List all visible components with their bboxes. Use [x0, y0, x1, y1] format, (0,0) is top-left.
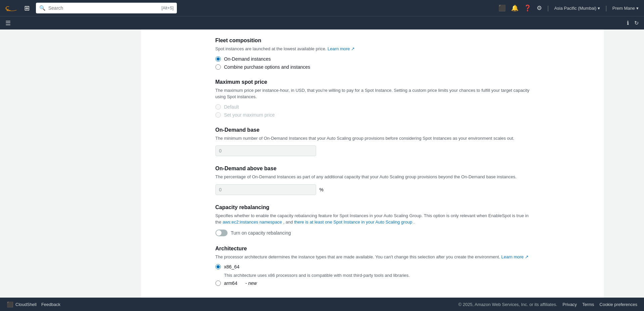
cloudshell-button[interactable]: ⬛ CloudShell [7, 301, 37, 308]
capacity-rebalancing-section: Capacity rebalancing Specifies whether t… [215, 204, 530, 236]
aws-logo[interactable]: aws [5, 2, 18, 14]
on-demand-above-desc: The percentage of On-Demand Instances as… [215, 174, 530, 180]
max-spot-price-title: Maximum spot price [215, 79, 530, 85]
capacity-toggle[interactable] [215, 230, 228, 236]
on-demand-radio[interactable] [215, 56, 221, 62]
footer: ⬛ CloudShell Feedback © 2025, Amazon Web… [0, 298, 644, 311]
copyright-text: © 2025, Amazon Web Services, Inc. or its… [458, 302, 557, 307]
architecture-section: Architecture The processor architecture … [215, 246, 530, 286]
x86-desc: This architecture uses x86 processors an… [224, 273, 530, 278]
hamburger-menu[interactable]: ☰ [5, 19, 11, 27]
bell-icon[interactable]: 🔔 [511, 4, 518, 12]
max-spot-radio-group: Default Set your maximum price [215, 104, 530, 118]
capacity-toggle-label: Turn on capacity rebalancing [231, 230, 291, 236]
cloudshell-label: CloudShell [15, 302, 37, 307]
combine-radio[interactable] [215, 64, 221, 70]
arm64-radio[interactable] [215, 281, 221, 286]
footer-right: © 2025, Amazon Web Services, Inc. or its… [458, 302, 637, 307]
capacity-toggle-row: Turn on capacity rebalancing [215, 230, 530, 236]
right-spacer [604, 29, 644, 298]
spot-set-radio [215, 112, 221, 118]
on-demand-above-input[interactable] [215, 184, 316, 195]
namespace-link: aws:ec2:instances namespace [222, 220, 282, 225]
privacy-link[interactable]: Privacy [562, 302, 577, 307]
fleet-learn-more-link[interactable]: Learn more ↗ [328, 46, 355, 51]
second-bar-right: ℹ ↻ [627, 20, 639, 26]
fleet-composition-section: Fleet composition Spot instances are lau… [215, 38, 530, 70]
on-demand-base-section: On-Demand base The minimum number of On-… [215, 127, 530, 157]
navbar: aws ⊞ 🔍 [Alt+S] ⬛ 🔔 ❓ ⚙ | Asia Pacific (… [0, 0, 644, 16]
spot-default-radio [215, 104, 221, 110]
on-demand-base-input[interactable] [215, 145, 316, 156]
architecture-desc: The processor architecture determines th… [215, 254, 530, 260]
footer-left: ⬛ CloudShell Feedback [7, 301, 60, 308]
fleet-composition-desc: Spot instances are launched at the lowes… [215, 46, 530, 52]
arm64-option[interactable]: arm64 - new [215, 281, 530, 286]
nav-right: ⬛ 🔔 ❓ ⚙ | Asia Pacific (Mumbai) ▾ | Prem… [498, 4, 639, 12]
fleet-composition-title: Fleet composition [215, 38, 530, 44]
architecture-title: Architecture [215, 246, 530, 252]
info-icon[interactable]: ℹ [627, 20, 629, 26]
user-menu[interactable]: Prem Mane ▾ [612, 6, 639, 11]
region-selector[interactable]: Asia Pacific (Mumbai) ▾ [554, 6, 600, 11]
capacity-rebalancing-title: Capacity rebalancing [215, 204, 530, 210]
on-demand-option[interactable]: On-Demand instances [215, 56, 530, 62]
help-icon[interactable]: ❓ [524, 4, 531, 12]
search-input[interactable] [48, 5, 159, 11]
search-icon: 🔍 [39, 5, 46, 11]
percent-suffix: % [319, 187, 324, 192]
on-demand-base-desc: The minimum number of On-Demand Instance… [215, 135, 530, 142]
terms-link[interactable]: Terms [582, 302, 594, 307]
x86-radio[interactable] [215, 264, 221, 269]
on-demand-base-title: On-Demand base [215, 127, 530, 133]
toggle-knob [216, 230, 221, 236]
arm-new-label: - new [245, 281, 257, 286]
fleet-radio-group: On-Demand instances Combine purchase opt… [215, 56, 530, 70]
left-spacer [0, 29, 141, 298]
search-shortcut: [Alt+S] [161, 6, 174, 10]
x86-option[interactable]: x86_64 [215, 264, 530, 269]
grid-icon[interactable]: ⊞ [24, 4, 30, 12]
on-demand-above-title: On-Demand above base [215, 166, 530, 172]
cloudshell-icon: ⬛ [7, 301, 13, 308]
max-spot-price-section: Maximum spot price The maximum price per… [215, 79, 530, 118]
main-content: Fleet composition Spot instances are lau… [0, 29, 644, 298]
architecture-radio-group: x86_64 This architecture uses x86 proces… [215, 264, 530, 286]
settings-icon[interactable]: ⚙ [537, 4, 542, 12]
cookie-preferences-link[interactable]: Cookie preferences [599, 302, 637, 307]
max-spot-price-desc: The maximum price per instance-hour, in … [215, 87, 530, 100]
spot-instance-link: there is at least one Spot Instance in y… [294, 220, 412, 225]
terminal-icon[interactable]: ⬛ [498, 4, 506, 12]
spot-default-option: Default [215, 104, 530, 110]
second-bar: ☰ ℹ ↻ [0, 16, 644, 29]
spot-set-option: Set your maximum price [215, 112, 530, 118]
content-panel: Fleet composition Spot instances are lau… [205, 29, 540, 298]
on-demand-above-input-row: % [215, 184, 530, 195]
capacity-rebalancing-desc: Specifies whether to enable the capacity… [215, 212, 530, 226]
on-demand-above-section: On-Demand above base The percentage of O… [215, 166, 530, 195]
feedback-button[interactable]: Feedback [41, 302, 60, 307]
combine-option[interactable]: Combine purchase options and instances [215, 64, 530, 70]
refresh-icon[interactable]: ↻ [634, 20, 639, 26]
architecture-learn-more-link[interactable]: Learn more ↗ [501, 254, 529, 259]
search-bar[interactable]: 🔍 [Alt+S] [36, 3, 177, 13]
